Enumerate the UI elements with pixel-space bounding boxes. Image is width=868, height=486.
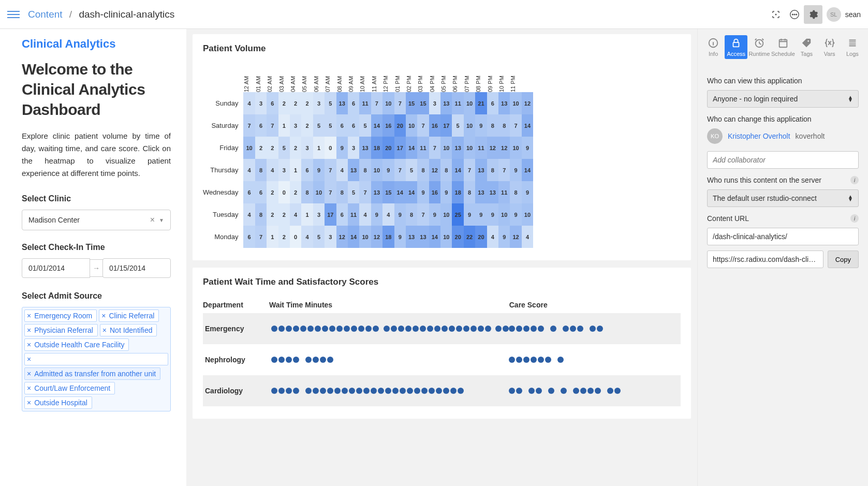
heatmap-cell[interactable]: 5 bbox=[348, 181, 359, 203]
heatmap-cell[interactable]: 1 bbox=[313, 137, 325, 159]
heatmap-cell[interactable]: 14 bbox=[406, 137, 417, 159]
heatmap-cell[interactable]: 12 bbox=[510, 226, 521, 248]
tag-remove-icon[interactable]: × bbox=[27, 384, 31, 392]
heatmap-cell[interactable]: 9 bbox=[464, 203, 475, 226]
heatmap-cell[interactable]: 10 bbox=[371, 159, 382, 181]
tab-info[interactable]: Info bbox=[702, 35, 725, 59]
heatmap-cell[interactable]: 10 bbox=[522, 203, 533, 226]
hamburger-menu-icon[interactable] bbox=[7, 8, 20, 21]
heatmap-cell[interactable]: 22 bbox=[464, 226, 475, 248]
heatmap-cell[interactable]: 3 bbox=[313, 203, 325, 226]
heatmap-cell[interactable]: 5 bbox=[313, 226, 325, 248]
heatmap-cell[interactable]: 11 bbox=[359, 92, 371, 114]
heatmap-cell[interactable]: 6 bbox=[348, 92, 359, 114]
heatmap-cell[interactable]: 9 bbox=[440, 181, 452, 203]
heatmap-cell[interactable]: 6 bbox=[243, 181, 255, 203]
heatmap-cell[interactable]: 12 bbox=[498, 137, 510, 159]
heatmap-cell[interactable]: 7 bbox=[267, 114, 278, 137]
heatmap-cell[interactable]: 2 bbox=[267, 181, 278, 203]
settings-gear-icon[interactable] bbox=[804, 5, 822, 24]
heatmap-cell[interactable]: 14 bbox=[429, 226, 440, 248]
heatmap-cell[interactable]: 8 bbox=[255, 203, 267, 226]
heatmap-cell[interactable]: 10 bbox=[406, 114, 417, 137]
heatmap-cell[interactable]: 9 bbox=[429, 203, 440, 226]
heatmap-cell[interactable]: 11 bbox=[452, 92, 463, 114]
heatmap-cell[interactable]: 13 bbox=[371, 181, 382, 203]
heatmap-cell[interactable]: 8 bbox=[510, 181, 521, 203]
avatar[interactable]: SL bbox=[827, 7, 841, 22]
heatmap-cell[interactable]: 18 bbox=[382, 226, 394, 248]
heatmap-cell[interactable]: 6 bbox=[255, 114, 267, 137]
heatmap-cell[interactable]: 3 bbox=[429, 92, 440, 114]
heatmap-cell[interactable]: 2 bbox=[278, 226, 290, 248]
fullscreen-icon[interactable] bbox=[767, 5, 785, 24]
heatmap-cell[interactable]: 7 bbox=[510, 114, 521, 137]
heatmap-cell[interactable]: 17 bbox=[325, 203, 336, 226]
heatmap-cell[interactable]: 8 bbox=[301, 181, 313, 203]
more-icon[interactable] bbox=[785, 5, 804, 24]
heatmap-cell[interactable]: 6 bbox=[301, 159, 313, 181]
heatmap-cell[interactable]: 7 bbox=[417, 114, 429, 137]
heatmap-cell[interactable]: 9 bbox=[394, 226, 406, 248]
heatmap-cell[interactable]: 8 bbox=[498, 114, 510, 137]
heatmap-cell[interactable]: 3 bbox=[255, 92, 267, 114]
heatmap-cell[interactable]: 7 bbox=[325, 159, 336, 181]
admit-tag[interactable]: ×Physician Referral bbox=[24, 324, 98, 336]
heatmap-cell[interactable]: 2 bbox=[255, 137, 267, 159]
heatmap-cell[interactable]: 6 bbox=[336, 203, 348, 226]
heatmap-cell[interactable]: 9 bbox=[522, 181, 533, 203]
date-end-input[interactable]: 01/15/2014 bbox=[102, 258, 171, 278]
heatmap-cell[interactable]: 9 bbox=[382, 159, 394, 181]
heatmap-cell[interactable]: 25 bbox=[452, 203, 463, 226]
heatmap-cell[interactable]: 7 bbox=[394, 159, 406, 181]
heatmap-cell[interactable]: 10 bbox=[382, 92, 394, 114]
heatmap-cell[interactable]: 14 bbox=[522, 159, 533, 181]
heatmap-cell[interactable]: 20 bbox=[452, 226, 463, 248]
tag-remove-icon[interactable]: × bbox=[27, 370, 31, 378]
heatmap-cell[interactable]: 14 bbox=[394, 181, 406, 203]
heatmap-cell[interactable]: 2 bbox=[290, 92, 301, 114]
heatmap-cell[interactable]: 0 bbox=[325, 137, 336, 159]
heatmap-cell[interactable]: 7 bbox=[498, 159, 510, 181]
admit-tag[interactable]: ×Court/Law Enforcement bbox=[24, 382, 115, 394]
date-start-input[interactable]: 01/01/2014 bbox=[22, 258, 90, 278]
heatmap-cell[interactable]: 9 bbox=[336, 137, 348, 159]
tab-tags[interactable]: Tags bbox=[795, 35, 818, 59]
heatmap-cell[interactable]: 1 bbox=[278, 114, 290, 137]
heatmap-cell[interactable]: 18 bbox=[452, 181, 463, 203]
heatmap-cell[interactable]: 20 bbox=[394, 114, 406, 137]
heatmap-cell[interactable]: 8 bbox=[440, 159, 452, 181]
heatmap-cell[interactable]: 4 bbox=[359, 203, 371, 226]
heatmap-cell[interactable]: 0 bbox=[290, 226, 301, 248]
heatmap-cell[interactable]: 11 bbox=[348, 203, 359, 226]
admit-source-multiselect[interactable]: ×Emergency Room×Clinic Referral×Physicia… bbox=[22, 307, 171, 411]
heatmap-cell[interactable]: 6 bbox=[348, 114, 359, 137]
heatmap-cell[interactable]: 8 bbox=[359, 159, 371, 181]
heatmap-cell[interactable]: 8 bbox=[336, 181, 348, 203]
heatmap-cell[interactable]: 13 bbox=[359, 137, 371, 159]
content-url-path-input[interactable] bbox=[707, 228, 859, 245]
heatmap-cell[interactable]: 15 bbox=[382, 181, 394, 203]
heatmap-cell[interactable]: 9 bbox=[475, 114, 487, 137]
heatmap-cell[interactable]: 2 bbox=[301, 92, 313, 114]
heatmap-cell[interactable]: 17 bbox=[394, 137, 406, 159]
heatmap-cell[interactable]: 13 bbox=[487, 181, 498, 203]
heatmap-cell[interactable]: 9 bbox=[510, 203, 521, 226]
heatmap-cell[interactable]: 17 bbox=[440, 114, 452, 137]
heatmap-cell[interactable]: 10 bbox=[464, 137, 475, 159]
heatmap-cell[interactable]: 4 bbox=[290, 203, 301, 226]
heatmap-cell[interactable]: 13 bbox=[498, 92, 510, 114]
heatmap-cell[interactable]: 4 bbox=[336, 159, 348, 181]
who-can-view-select[interactable]: Anyone - no login required ▲▼ bbox=[707, 90, 859, 108]
heatmap-cell[interactable]: 6 bbox=[267, 92, 278, 114]
info-icon[interactable]: i bbox=[850, 176, 859, 184]
heatmap-cell[interactable]: 6 bbox=[255, 181, 267, 203]
heatmap-cell[interactable]: 6 bbox=[487, 92, 498, 114]
heatmap-cell[interactable]: 7 bbox=[243, 114, 255, 137]
owner-name-link[interactable]: Kristopher Overholt bbox=[728, 132, 790, 140]
heatmap-cell[interactable]: 9 bbox=[487, 203, 498, 226]
add-collaborator-input[interactable] bbox=[707, 151, 859, 169]
heatmap-cell[interactable]: 11 bbox=[498, 181, 510, 203]
heatmap-cell[interactable]: 2 bbox=[278, 92, 290, 114]
heatmap-cell[interactable]: 9 bbox=[522, 137, 533, 159]
